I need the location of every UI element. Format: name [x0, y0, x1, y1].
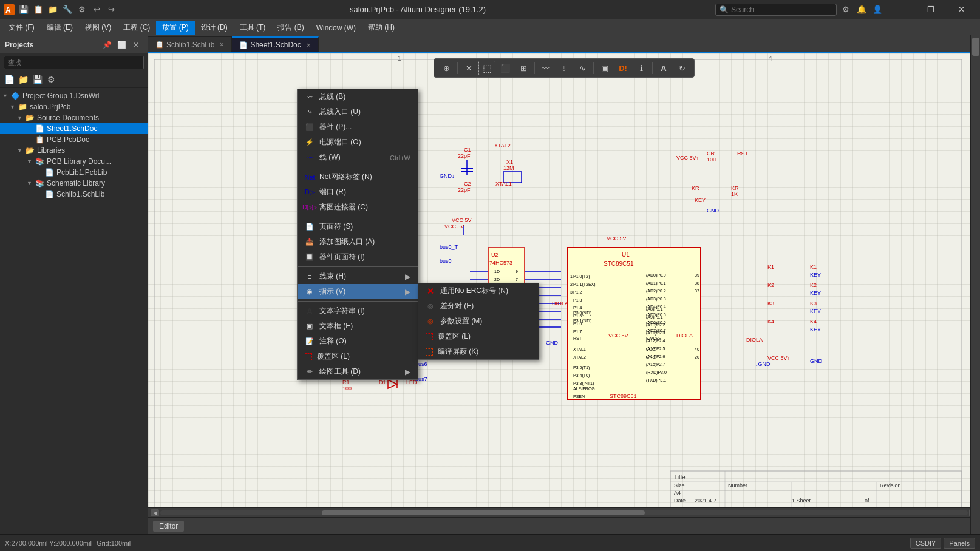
tab-schlib[interactable]: 📋 Schlib1.SchLib ✕ — [148, 36, 232, 52]
menu-indicator[interactable]: ◉ 指示 (V) ▶ ✕ 通用No ERC标号 (N) ◎ 差分对 (E) — [298, 284, 418, 299]
menu-view[interactable]: 视图 (V) — [79, 21, 117, 35]
search-input[interactable] — [731, 5, 828, 14]
pin-icon[interactable]: 📌 — [100, 38, 114, 52]
tree-prjpcb[interactable]: ▼ 📁 salon.PrjPcb — [0, 101, 148, 112]
sch-D-btn[interactable]: D! — [614, 61, 631, 75]
menu-coverage[interactable]: 覆盖区 (L) — [418, 329, 539, 344]
menu-place[interactable]: 放置 (P) — [156, 21, 194, 35]
menu-busx[interactable]: 〰 总线 (B) — [298, 89, 418, 104]
menu-addentry[interactable]: 📥 添加图纸入口 (A) — [298, 234, 418, 249]
horizontal-scrollbar[interactable]: ◀ ▶ — [148, 507, 980, 517]
tree-project-group[interactable]: ▼ 🔷 Project Group 1.DsnWrl — [0, 90, 148, 101]
sch-rect-btn[interactable]: ⬛ — [497, 61, 514, 75]
menu-div-2 — [298, 217, 418, 217]
menu-sheetsym[interactable]: 📄 页面符 (S) — [298, 219, 418, 234]
tree-pcblib1[interactable]: 📄 PcbLib1.PcbLib — [0, 167, 148, 178]
menu-project[interactable]: 工程 (C) — [117, 21, 156, 35]
gear-icon[interactable]: ⚙ — [839, 3, 852, 16]
tree-source-docs[interactable]: ▼ 📂 Source Documents — [0, 112, 148, 123]
sch-dashed-rect-btn[interactable]: ⬚ — [478, 61, 495, 75]
menu-port[interactable]: D▷ 端口 (R) — [298, 184, 418, 200]
sch-gnd-btn[interactable]: ⏚ — [556, 61, 573, 75]
tab-sheet1[interactable]: 📄 Sheet1.SchDoc ✕ — [232, 36, 318, 52]
menu-drawing[interactable]: ✏ 绘图工具 (D) ▶ — [298, 364, 418, 379]
tree-pcb-lib-folder[interactable]: ▼ 📚 PCB Library Docu... — [0, 156, 148, 167]
sch-line-btn[interactable]: 〰 — [537, 61, 554, 75]
redo-icon[interactable]: ↪ — [104, 3, 118, 16]
tree-libraries[interactable]: ▼ 📂 Libraries — [0, 145, 148, 156]
panel-close-icon[interactable]: ✕ — [129, 38, 143, 52]
menu-tools[interactable]: 工具 (T) — [234, 21, 272, 35]
sch-wave-btn[interactable]: ∿ — [574, 61, 591, 75]
sch-filter-btn[interactable]: ⊕ — [438, 61, 455, 75]
scroll-thumb[interactable] — [322, 510, 645, 515]
panel-search-input[interactable] — [4, 56, 144, 69]
panel-search — [0, 53, 148, 72]
csdiy-button[interactable]: CSDIY — [910, 538, 942, 549]
menu-wire[interactable]: 〰 线 (W) Ctrl+W — [298, 150, 418, 165]
devicesym-icon: 🔲 — [305, 252, 315, 262]
sch-cross-btn[interactable]: ✕ — [460, 61, 477, 75]
open-icon[interactable]: 📁 — [46, 3, 60, 16]
sch-info-btn[interactable]: ℹ — [633, 61, 650, 75]
restore-button[interactable]: ❐ — [917, 0, 945, 19]
tree-sheet1[interactable]: 📄 Sheet1.SchDoc — [0, 123, 148, 134]
tab-sheet1-close[interactable]: ✕ — [306, 42, 311, 49]
close-button[interactable]: ✕ — [947, 0, 975, 19]
sch-grid-btn[interactable]: ⊞ — [515, 61, 532, 75]
panels-button[interactable]: Panels — [944, 538, 975, 549]
undo-icon[interactable]: ↩ — [90, 3, 103, 16]
bell-icon[interactable]: 🔔 — [855, 3, 868, 16]
panel-settings-icon[interactable]: ⚙ — [44, 73, 58, 86]
sch-undo-btn[interactable]: ↻ — [673, 61, 690, 75]
menu-netlabel[interactable]: Net Net网络标签 (N) — [298, 169, 418, 184]
menu-power[interactable]: ⚡ 电源端口 (O) — [298, 135, 418, 150]
menu-edit[interactable]: 编辑 (E) — [41, 21, 79, 35]
panel-open-icon[interactable]: 📁 — [16, 73, 30, 86]
menu-help[interactable]: 帮助 (H) — [362, 21, 401, 35]
scroll-left-btn[interactable]: ◀ — [151, 509, 159, 516]
save-icon[interactable]: 💾 — [17, 3, 30, 16]
menu-textstr[interactable]: A 文本字符串 (I) — [298, 303, 418, 319]
menu-diff-pair[interactable]: ◎ 差分对 (E) — [418, 299, 539, 314]
menu-component[interactable]: ⬛ 器件 (P)... — [298, 120, 418, 135]
tabbar: 📋 Schlib1.SchLib ✕ 📄 Sheet1.SchDoc ✕ — [148, 36, 980, 53]
menu-file[interactable]: 文件 (F) — [2, 21, 41, 35]
tree-sch-lib-folder[interactable]: ▼ 📚 Schematic Library — [0, 178, 148, 189]
sch-text-btn[interactable]: A — [655, 61, 672, 75]
menu-reports[interactable]: 报告 (B) — [271, 21, 310, 35]
menu-cover[interactable]: 覆盖区 (L) — [298, 349, 418, 364]
svg-text:PSEN: PSEN — [573, 394, 585, 399]
user-icon[interactable]: 👤 — [871, 3, 884, 16]
scroll-track[interactable] — [160, 510, 968, 515]
menu-harness[interactable]: ≡ 线束 (H) ▶ — [298, 269, 418, 284]
panel-save-icon[interactable]: 💾 — [30, 73, 44, 86]
minimize-button[interactable]: — — [886, 0, 914, 19]
svg-marker-132 — [388, 380, 397, 388]
menu-note[interactable]: 📝 注释 (O) — [298, 334, 418, 349]
settings-icon-tb[interactable]: ⚙ — [75, 3, 89, 16]
tree-pcbdoc[interactable]: 📋 PCB.PcbDoc — [0, 134, 148, 145]
search-box[interactable]: 🔍 — [715, 4, 837, 16]
float-icon[interactable]: ⬜ — [115, 38, 128, 52]
menu-window[interactable]: Window (W) — [310, 22, 362, 34]
svg-text:KEY: KEY — [810, 308, 821, 314]
menu-design[interactable]: 设计 (D) — [195, 21, 234, 35]
tools-icon[interactable]: 🔧 — [61, 3, 74, 16]
offsheet-icon: D▷▷ — [305, 203, 315, 212]
menu-offsheet[interactable]: D▷▷ 离图连接器 (C) — [298, 200, 418, 215]
copy-icon[interactable]: 📋 — [32, 3, 45, 16]
menu-param-set[interactable]: ◎ 参数设置 (M) — [418, 314, 539, 329]
right-scrollbar[interactable] — [970, 36, 980, 534]
menu-no-erc[interactable]: ✕ 通用No ERC标号 (N) — [418, 283, 539, 299]
tab-schlib-close[interactable]: ✕ — [219, 41, 224, 48]
editor-tab-btn[interactable]: Editor — [153, 521, 184, 532]
menu-bus-entry[interactable]: ⤷ 总线入口 (U) — [298, 104, 418, 120]
menu-devicesym[interactable]: 🔲 器件页面符 (I) — [298, 249, 418, 265]
panel-new-icon[interactable]: 📄 — [2, 73, 16, 86]
sch-rect2-btn[interactable]: ▣ — [596, 61, 613, 75]
tree-schlib1[interactable]: 📄 Schlib1.SchLib — [0, 189, 148, 200]
menu-textframe[interactable]: ▣ 文本框 (E) — [298, 319, 418, 334]
schematic-canvas[interactable]: A B C D 1 4 Title — [148, 53, 980, 507]
menu-compile-mask[interactable]: 编译屏蔽 (K) — [418, 344, 539, 359]
